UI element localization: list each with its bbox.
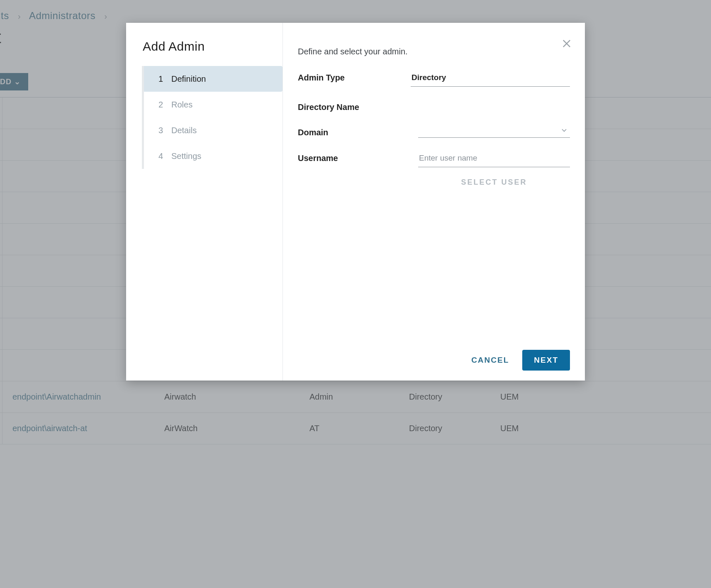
domain-label: Domain bbox=[298, 126, 411, 137]
chevron-down-icon bbox=[560, 126, 568, 134]
step-number: 1 bbox=[156, 74, 163, 84]
directory-name-label: Directory Name bbox=[298, 101, 411, 112]
step-number: 4 bbox=[156, 151, 163, 161]
step-intro: Define and select your admin. bbox=[298, 47, 570, 56]
modal-title: Add Admin bbox=[126, 23, 282, 66]
wizard-step-details[interactable]: 3 Details bbox=[144, 117, 282, 143]
admin-type-select[interactable] bbox=[411, 71, 570, 87]
username-input[interactable] bbox=[418, 152, 570, 167]
step-label: Definition bbox=[171, 74, 206, 84]
wizard-content: Define and select your admin. Admin Type… bbox=[283, 23, 585, 381]
wizard-steps: 1 Definition 2 Roles 3 Details 4 Setting… bbox=[142, 66, 282, 169]
select-user-button[interactable]: SELECT USER bbox=[418, 178, 570, 187]
step-label: Settings bbox=[171, 151, 201, 161]
wizard-sidebar: Add Admin 1 Definition 2 Roles 3 Details… bbox=[126, 23, 283, 381]
admin-type-label: Admin Type bbox=[298, 71, 411, 83]
add-admin-modal: Add Admin 1 Definition 2 Roles 3 Details… bbox=[126, 23, 585, 381]
modal-footer: CANCEL NEXT bbox=[298, 342, 570, 371]
username-label: Username bbox=[298, 152, 411, 163]
wizard-step-roles[interactable]: 2 Roles bbox=[144, 92, 282, 117]
close-icon[interactable] bbox=[561, 38, 572, 49]
next-button[interactable]: NEXT bbox=[522, 350, 570, 371]
step-label: Details bbox=[171, 126, 197, 135]
step-number: 3 bbox=[156, 126, 163, 135]
cancel-button[interactable]: CANCEL bbox=[469, 351, 511, 370]
step-label: Roles bbox=[171, 100, 192, 110]
wizard-step-definition[interactable]: 1 Definition bbox=[144, 66, 282, 92]
step-number: 2 bbox=[156, 100, 163, 110]
domain-select[interactable] bbox=[418, 126, 570, 138]
wizard-step-settings[interactable]: 4 Settings bbox=[144, 143, 282, 169]
